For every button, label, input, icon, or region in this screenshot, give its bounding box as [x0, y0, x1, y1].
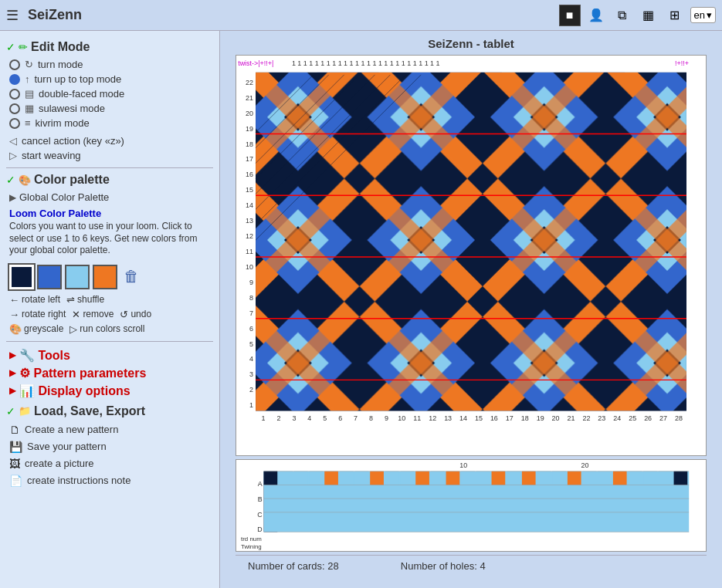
mode-sulawesi-radio[interactable]: [9, 103, 20, 114]
svg-text:17: 17: [506, 414, 514, 422]
mode-turn-radio[interactable]: [9, 59, 20, 70]
palette-tools-row2: → rotate right ✕ remove ↺ undo: [6, 307, 213, 322]
run-colors-label: run colors scroll: [80, 323, 144, 334]
sidebar: ✓ ✏ Edit Mode ↻ turn mode ↑ turn up to t…: [0, 31, 220, 588]
display-options-header[interactable]: ▶ 📊 Display options: [6, 382, 213, 400]
svg-rect-108: [340, 471, 354, 485]
mode-kivrim-radio[interactable]: [9, 118, 20, 129]
person-icon[interactable]: 👤: [585, 5, 607, 26]
svg-rect-127: [629, 471, 642, 485]
rotate-right-icon: →: [9, 309, 19, 320]
swatch-navy[interactable]: [9, 265, 34, 289]
create-new-pattern[interactable]: 🗋 Create a new pattern: [6, 421, 213, 438]
svg-text:!+!!+: !+!!+: [675, 59, 689, 67]
swatch-light-blue[interactable]: [65, 265, 90, 289]
svg-text:24: 24: [613, 414, 621, 422]
svg-text:18: 18: [521, 414, 529, 422]
svg-text:1 1 1 1 1 1 1 1 1 1 1 1 1 1 1 : 1 1 1 1 1 1 1 1 1 1 1 1 1 1 1 1 1 1 1 1 …: [292, 59, 440, 67]
svg-text:17: 17: [246, 155, 253, 163]
svg-text:3: 3: [292, 414, 296, 422]
shuffle-tool[interactable]: ⇌ shuffle: [66, 294, 104, 306]
load-save-check: ✓: [6, 405, 15, 417]
color-icon[interactable]: ■: [559, 5, 581, 26]
svg-text:1: 1: [249, 401, 253, 409]
turn-up-icon: ↑: [25, 73, 30, 85]
rotate-right-label: rotate right: [22, 309, 66, 319]
display-options-arrow-icon: ▶: [9, 385, 16, 396]
rotate-right-tool[interactable]: → rotate right: [9, 309, 66, 320]
svg-text:12: 12: [246, 232, 253, 240]
mode-turn-up-radio[interactable]: [9, 74, 20, 85]
mode-kivrim-label: kivrim mode: [36, 117, 90, 129]
remove-tool[interactable]: ✕ remove: [72, 309, 114, 320]
pattern-params-header[interactable]: ▶ ⚙ Pattern parameters: [6, 364, 213, 382]
svg-text:B: B: [258, 495, 263, 503]
svg-text:7: 7: [249, 309, 253, 317]
threading-diagram[interactable]: 10 20 A B C D: [236, 459, 707, 552]
save-pattern[interactable]: 💾 Save your pattern: [6, 438, 213, 455]
instructions-icon: 📄: [9, 475, 22, 487]
run-colors-icon: ▷: [69, 323, 77, 335]
create-picture[interactable]: 🖼 create a picture: [6, 455, 213, 472]
svg-rect-107: [324, 471, 338, 485]
topbar-icons: ■ 👤 ⧉ ▦ ⊞ en ▾: [559, 5, 716, 26]
mode-kivrim[interactable]: ≡ kivrim mode: [6, 116, 213, 130]
mode-double-faced[interactable]: ▤ double-faced mode: [6, 86, 213, 101]
svg-text:16: 16: [246, 171, 253, 178]
svg-text:20: 20: [581, 461, 589, 469]
tools-header[interactable]: ▶ 🔧 Tools: [6, 346, 213, 364]
svg-rect-123: [568, 471, 581, 485]
svg-rect-119: [507, 471, 520, 485]
cards-info: Number of cards: 28: [248, 560, 339, 572]
svg-rect-106: [310, 471, 324, 485]
mode-sulawesi[interactable]: ▦ sulawesi mode: [6, 101, 213, 116]
svg-text:10: 10: [246, 263, 253, 271]
language-selector[interactable]: en ▾: [690, 7, 716, 23]
greyscale-tool[interactable]: 🎨 greyscale: [9, 323, 63, 335]
svg-rect-103: [264, 471, 278, 485]
divider-2: [6, 341, 213, 342]
svg-text:6: 6: [249, 325, 253, 333]
loom-palette-title: Loom Color Palette: [9, 208, 210, 219]
svg-rect-114: [431, 471, 445, 485]
window-icon[interactable]: ⧉: [612, 5, 633, 26]
bottom-bar: Number of cards: 28 Number of holes: 4: [236, 555, 707, 576]
svg-text:2: 2: [249, 386, 253, 394]
svg-text:11: 11: [413, 414, 421, 422]
shuffle-label: shuffle: [77, 294, 104, 305]
svg-text:21: 21: [246, 94, 253, 102]
svg-rect-111: [385, 471, 399, 485]
tablet-icon[interactable]: ▦: [638, 5, 659, 26]
rotate-left-tool[interactable]: ← rotate left: [9, 294, 60, 306]
svg-rect-120: [522, 471, 536, 485]
menu-icon[interactable]: ☰: [6, 7, 19, 24]
svg-text:5: 5: [323, 414, 327, 422]
global-palette-header[interactable]: ▶ Global Color Palette: [6, 190, 213, 204]
create-instructions[interactable]: 📄 create instructions note: [6, 472, 213, 489]
content-title: SeiZenn - tablet: [428, 37, 514, 50]
main-pattern[interactable]: twist->|+!!+| 1 1 1 1 1 1 1 1 1 1 1 1 1 …: [236, 55, 707, 456]
mode-turn[interactable]: ↻ turn mode: [6, 57, 213, 72]
start-weaving[interactable]: ▷ start weaving: [6, 148, 213, 163]
tools-arrow-icon: ▶: [9, 350, 16, 360]
swatch-orange[interactable]: [93, 265, 117, 289]
rotate-left-icon: ←: [9, 294, 19, 306]
edit-mode-title: Edit Mode: [31, 40, 90, 54]
delete-swatch-icon[interactable]: 🗑: [124, 268, 139, 286]
mode-double-radio[interactable]: [9, 89, 20, 100]
svg-text:22: 22: [246, 79, 253, 86]
mode-turn-label: turn mode: [38, 59, 83, 70]
save-pattern-icon: 💾: [9, 441, 22, 453]
swatch-blue[interactable]: [37, 265, 62, 289]
picture-icon: 🖼: [9, 458, 20, 470]
create-instructions-label: create instructions note: [27, 475, 131, 486]
undo-tool[interactable]: ↺ undo: [120, 309, 151, 320]
edit-mode-header: ✓ ✏ Edit Mode: [6, 40, 213, 54]
cancel-action[interactable]: ◁ cancel action (key «z»): [6, 133, 213, 148]
svg-text:11: 11: [246, 248, 253, 255]
svg-rect-104: [279, 471, 293, 485]
svg-text:23: 23: [598, 414, 605, 422]
mode-turn-up[interactable]: ↑ turn up to top mode: [6, 72, 213, 86]
grid-icon[interactable]: ⊞: [664, 5, 686, 26]
run-colors-tool[interactable]: ▷ run colors scroll: [69, 323, 144, 335]
